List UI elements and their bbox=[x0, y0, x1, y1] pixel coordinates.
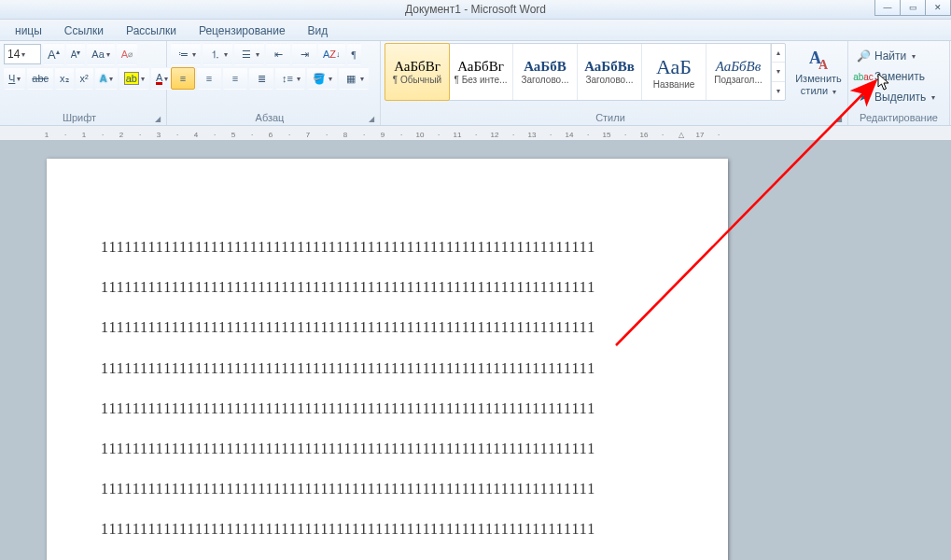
line-spacing-button[interactable]: ↕≡▾ bbox=[275, 67, 305, 90]
ribbon-tab-strip: ницы Ссылки Рассылки Рецензирование Вид bbox=[0, 20, 951, 41]
ruler-tick: 12 bbox=[491, 129, 499, 140]
ruler-tick: · bbox=[214, 129, 216, 140]
ruler-tick: · bbox=[550, 129, 552, 140]
style-item[interactable]: АаБбВвЗаголово... bbox=[578, 44, 642, 100]
subscript-button[interactable]: x₂ bbox=[55, 67, 74, 90]
ruler-tick: 10 bbox=[416, 129, 425, 140]
numbering-button[interactable]: ⒈▾ bbox=[203, 43, 232, 65]
highlight-button[interactable]: ab▾ bbox=[119, 67, 149, 90]
style-name: Заголово... bbox=[522, 75, 569, 85]
clear-formatting-button[interactable]: A⌀ bbox=[117, 43, 137, 65]
decrease-indent-button[interactable]: ⇤ bbox=[266, 43, 290, 65]
maximize-button[interactable]: ▭ bbox=[900, 0, 926, 16]
align-center-button[interactable]: ≡ bbox=[197, 67, 221, 90]
select-button[interactable]: ➤ Выделить ▾ bbox=[852, 88, 945, 106]
align-left-button[interactable]: ≡ bbox=[171, 67, 195, 90]
paragraph[interactable]: 1111111111111111111111111111111111111111… bbox=[101, 238, 674, 256]
paragraph[interactable]: 1111111111111111111111111111111111111111… bbox=[101, 359, 674, 377]
bullets-button[interactable]: ≔▾ bbox=[171, 43, 201, 65]
ruler-tick: 13 bbox=[528, 129, 537, 140]
borders-button[interactable]: ▦▾ bbox=[339, 67, 369, 90]
styles-more-button[interactable]: ▾ bbox=[772, 82, 785, 100]
tab-pages[interactable]: ницы bbox=[4, 21, 53, 40]
increase-indent-button[interactable]: ⇥ bbox=[292, 43, 316, 65]
document-area: 1111111111111111111111111111111111111111… bbox=[0, 140, 951, 560]
change-case-button[interactable]: Aa▾ bbox=[87, 43, 114, 65]
page[interactable]: 1111111111111111111111111111111111111111… bbox=[47, 159, 728, 560]
strikethrough-button[interactable]: abc bbox=[27, 67, 53, 90]
style-preview: АаБбВг bbox=[394, 59, 441, 75]
minimize-button[interactable]: — bbox=[874, 0, 901, 16]
ruler-tick: 2 bbox=[119, 129, 123, 140]
grow-font-button[interactable]: A▴ bbox=[43, 43, 64, 65]
paragraph-group-launcher[interactable]: ◢ bbox=[369, 115, 376, 125]
styles-group-launcher[interactable]: ◢ bbox=[836, 115, 844, 125]
style-name: Подзагол... bbox=[714, 75, 762, 85]
editing-group-label: Редактирование bbox=[852, 111, 945, 125]
ruler-tick: 15 bbox=[603, 129, 611, 140]
shading-button[interactable]: 🪣▾ bbox=[307, 67, 337, 90]
superscript-button[interactable]: x² bbox=[76, 67, 93, 90]
style-preview: АаБбВг bbox=[457, 59, 504, 75]
style-name: Заголово... bbox=[586, 75, 634, 85]
find-button[interactable]: 🔎 Найти ▾ bbox=[852, 47, 945, 65]
paragraph[interactable]: 1111111111111111111111111111111111111111… bbox=[101, 318, 674, 336]
paragraph-group-label: Абзац bbox=[171, 111, 369, 125]
show-marks-button[interactable]: ¶ bbox=[347, 43, 361, 65]
sort-button[interactable]: AZ↓ bbox=[318, 43, 345, 65]
style-preview: АаБбВ bbox=[524, 59, 566, 75]
paragraph[interactable]: 1111111111111111111111111111111111111111… bbox=[101, 480, 674, 497]
ruler-tick: · bbox=[624, 129, 626, 140]
font-size-combo[interactable]: 14▾ bbox=[4, 44, 41, 64]
change-styles-icon: AA bbox=[805, 47, 832, 73]
close-button[interactable]: ✕ bbox=[925, 0, 951, 16]
replace-icon: abac bbox=[856, 69, 871, 84]
ruler-tick: · bbox=[475, 129, 477, 140]
text-effects-button[interactable]: A▾ bbox=[95, 67, 118, 90]
style-item[interactable]: АаБбВЗаголово... bbox=[513, 44, 578, 100]
ruler-tick: 6 bbox=[269, 129, 273, 140]
ruler-tick: · bbox=[64, 129, 66, 140]
styles-scroll-button[interactable]: ▴ bbox=[772, 44, 785, 63]
style-item[interactable]: АаБбВвПодзагол... bbox=[706, 44, 771, 100]
binoculars-icon: 🔎 bbox=[856, 49, 871, 63]
ribbon: 14▾ A▴ A▾ Aa▾ A⌀ Ч▾ abc x₂ x² A▾ ab▾ A▾ … bbox=[0, 41, 951, 126]
paragraph[interactable]: 1111111111111111111111111111111111111111… bbox=[101, 399, 674, 417]
tab-mailings[interactable]: Рассылки bbox=[115, 21, 188, 40]
align-right-button[interactable]: ≡ bbox=[223, 67, 247, 90]
styles-scroll-button[interactable]: ▾ bbox=[772, 63, 785, 81]
style-preview: АаБ bbox=[656, 55, 692, 79]
mouse-cursor-icon bbox=[877, 73, 892, 93]
ruler-tick: · bbox=[251, 129, 253, 140]
paragraph[interactable]: 1111111111111111111111111111111111111111… bbox=[101, 520, 674, 538]
style-item[interactable]: АаБбВг¶ Без инте... bbox=[449, 44, 513, 100]
paragraph[interactable]: 1111111111111111111111111111111111111111… bbox=[101, 440, 674, 457]
style-name: Название bbox=[653, 79, 695, 90]
paragraph[interactable]: 1111111111111111111111111111111111111111… bbox=[101, 278, 674, 296]
justify-button[interactable]: ≣ bbox=[249, 67, 273, 90]
replace-button[interactable]: abac Заменить bbox=[852, 67, 945, 86]
underline-button[interactable]: Ч▾ bbox=[4, 67, 25, 90]
shrink-font-button[interactable]: A▾ bbox=[66, 43, 86, 65]
ruler-tick: 1 bbox=[45, 129, 49, 140]
tab-references[interactable]: Ссылки bbox=[53, 21, 115, 40]
style-item[interactable]: АаБНазвание bbox=[642, 44, 706, 100]
ruler-tick: 3 bbox=[157, 129, 161, 140]
change-styles-button[interactable]: AA Изменить стили ▾ bbox=[793, 43, 844, 102]
multilevel-list-button[interactable]: ☰▾ bbox=[234, 43, 264, 65]
styles-group-label: Стили bbox=[385, 111, 836, 125]
tab-view[interactable]: Вид bbox=[297, 21, 340, 40]
cursor-icon: ➤ bbox=[856, 90, 871, 105]
svg-text:A: A bbox=[818, 58, 829, 72]
font-group-launcher[interactable]: ◢ bbox=[155, 115, 162, 125]
ruler-tick: · bbox=[288, 129, 290, 140]
ruler-tick: 11 bbox=[454, 129, 462, 140]
ruler-tick: · bbox=[102, 129, 104, 140]
style-item[interactable]: АаБбВг¶ Обычный bbox=[385, 43, 450, 101]
window-title: Документ1 - Microsoft Word bbox=[405, 3, 546, 16]
ruler-tick: 17 bbox=[696, 129, 705, 140]
tab-review[interactable]: Рецензирование bbox=[188, 21, 297, 40]
styles-gallery[interactable]: АаБбВг¶ ОбычныйАаБбВг¶ Без инте...АаБбВЗ… bbox=[385, 43, 786, 101]
style-preview: АаБбВв bbox=[716, 59, 762, 75]
ruler-tick: · bbox=[438, 129, 440, 140]
